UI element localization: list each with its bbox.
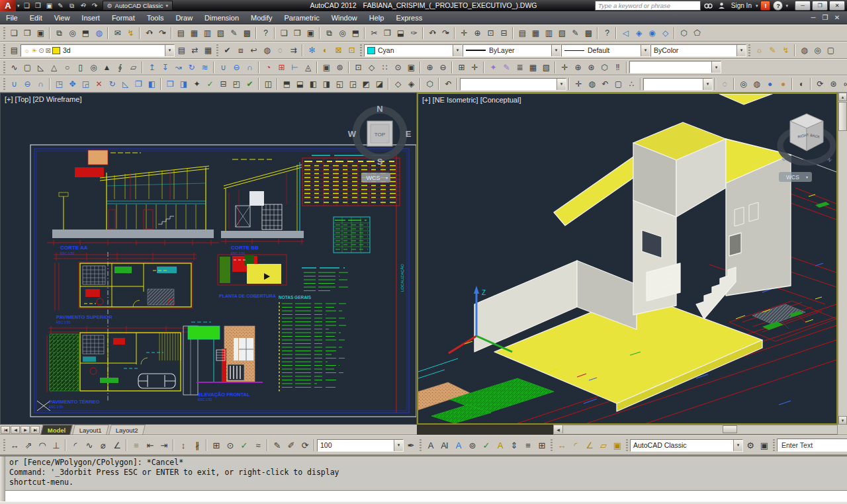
viewcube-west[interactable]: W [348, 129, 357, 139]
horizontal-scrollbar[interactable]: ◀ [553, 425, 838, 435]
toolbar-button-pan-realtime[interactable]: ✛ [457, 26, 470, 40]
toolbar-button-justify-text[interactable]: ≡ [521, 438, 535, 452]
toolbar-button-cylinder[interactable]: ▯ [73, 61, 87, 74]
toolbar-button-publish[interactable]: ⬒ [79, 26, 92, 40]
toolbar-button-zoom-object[interactable]: ▣ [404, 61, 418, 74]
toolbar-button-view-left[interactable]: ◧ [306, 77, 320, 91]
toolbar-button-quick-dimension[interactable]: ≡ [129, 438, 143, 452]
menu-tools[interactable]: Tools [141, 11, 170, 24]
command-input[interactable] [5, 490, 847, 501]
qat-button-qat-open[interactable]: ❒ [32, 1, 44, 11]
toolbar-button-color-faces[interactable]: ◧ [145, 77, 158, 91]
search-binoculars-icon[interactable] [703, 1, 714, 11]
menu-modify[interactable]: Modify [245, 11, 278, 24]
exchange-apps-icon[interactable]: ! [760, 1, 770, 11]
toolbar-button-orbit-continuous[interactable]: ∞ [840, 77, 847, 91]
toolbar-button-match-properties[interactable]: ✑ [407, 26, 420, 40]
toolbar-button-vs-wireframe[interactable]: ◎ [736, 77, 750, 91]
toolbar-button-spell-check[interactable]: ✓ [479, 438, 493, 452]
toolbar-button-plot-preview[interactable]: ◎ [66, 26, 79, 40]
toolbar-button-copy-faces[interactable]: ❐ [132, 77, 145, 91]
toolbar-button-vs-conceptual[interactable]: ● [776, 77, 789, 91]
toolbar-grip[interactable] [3, 78, 5, 90]
doc-minimize-button[interactable]: ─ [809, 14, 818, 21]
toolbar-button-view-top[interactable]: ⬒ [280, 77, 293, 91]
toolbar-button-ucs[interactable]: ✛ [572, 77, 585, 91]
toolbar-button-zoom-extents[interactable]: ✛ [468, 61, 481, 74]
toolbar-button-layer-unisolate[interactable]: ◌ [273, 44, 287, 57]
named-view-dropdown-arrow-icon[interactable]: ▾ [557, 79, 566, 90]
toolbar-button-loft[interactable]: ≋ [198, 61, 211, 74]
toolbar-button-light-spot[interactable]: ✎ [766, 44, 779, 57]
scroll-up-button[interactable]: ▲ [838, 93, 847, 101]
wcs-badge-right[interactable]: WCS ▾ [779, 172, 812, 182]
dim-style-dropdown-arrow-icon[interactable]: ▾ [394, 440, 403, 451]
toolbar-button-open-2[interactable]: ❒ [290, 26, 304, 40]
scroll-down-button[interactable]: ▼ [838, 416, 847, 425]
toolbar-button-clean[interactable]: ✓ [203, 77, 216, 91]
toolbar-button-subtract[interactable]: ⊖ [230, 61, 243, 74]
toolbar-button-pyramid[interactable]: ▲ [100, 61, 113, 74]
toolbar-button-designcenter-2[interactable]: ▦ [529, 26, 542, 40]
toolbar-button-layer-freeze[interactable]: ✻ [305, 44, 318, 57]
menu-express[interactable]: Express [390, 11, 428, 24]
linetype-dropdown[interactable]: ByLayer ▾ [463, 44, 561, 57]
toolbar-button-zoom-dynamic[interactable]: ◇ [365, 61, 378, 74]
color-dropdown[interactable]: Cyan ▾ [364, 44, 463, 57]
toolbar-button-open[interactable]: ❒ [21, 26, 34, 40]
toolbar-button-dim-arc-length[interactable]: ◠ [35, 438, 49, 452]
toolbar-button-render-region[interactable]: ◈ [632, 26, 645, 40]
toolbar-button-export-dwf[interactable]: ◍ [92, 26, 105, 40]
toolbar-button-layer-isolate[interactable]: ◍ [260, 44, 273, 57]
toolbar-button-paste-clip[interactable]: ⬓ [394, 26, 407, 40]
toolbar-button-ucs-face[interactable]: ▢ [611, 77, 625, 91]
toolbar-button-adjust-camera[interactable]: ⬡ [598, 61, 611, 74]
toolbar-button-markup[interactable]: ✎ [568, 26, 582, 40]
toolbar-button-create-camera[interactable]: ⬡ [423, 77, 436, 91]
toolbar-grip[interactable] [216, 44, 218, 56]
toolbar-button-ucs-3point[interactable]: ∴ [625, 77, 638, 91]
toolbar-button-sweep[interactable]: ↝ [171, 61, 185, 74]
toolbar-button-visual-style-controls[interactable]: ≣ [513, 61, 526, 74]
toolbar-button-quickcalc-2[interactable]: ▩ [582, 26, 595, 40]
toolbar-grip[interactable] [3, 439, 5, 451]
menu-view[interactable]: View [48, 11, 76, 24]
menu-help[interactable]: Help [363, 11, 390, 24]
toolbar-button-taper-faces[interactable]: ◺ [118, 77, 132, 91]
toolbar-button-show-motion[interactable]: ‼ [611, 61, 624, 74]
toolbar-button-dim-edit[interactable]: ✎ [270, 438, 284, 452]
toolbar-button-intersect[interactable]: ∩ [243, 61, 256, 74]
toolbar-button-delete-faces[interactable]: ✕ [92, 77, 105, 91]
toolbar-button-designcenter[interactable]: ▦ [187, 26, 201, 40]
toolbar-button-render[interactable]: ◉ [645, 26, 658, 40]
vertical-scroll-thumb[interactable] [838, 102, 847, 131]
toolbar-button-camera[interactable]: ⬡ [677, 26, 690, 40]
tab-nav-next[interactable]: ▶ [21, 426, 30, 434]
viewport-label-left[interactable]: [+] [Top] [2D Wireframe] [5, 95, 81, 103]
toolbar-button-face-effects[interactable]: ✎ [500, 61, 513, 74]
menu-parametric[interactable]: Parametric [278, 11, 325, 24]
toolbar-button-dim-radius[interactable]: ◜ [68, 438, 82, 452]
viewport-top-2d[interactable]: [+] [Top] [2D Wireframe] LOCALIZAÇÃO [0, 93, 417, 425]
toolbar-button-motion-path-animation[interactable]: ⬠ [690, 26, 703, 40]
toolbar-button-dim-update[interactable]: ⟳ [298, 438, 312, 452]
toolbar-button-view-bottom[interactable]: ⬓ [293, 77, 306, 91]
restore-button[interactable]: ❐ [812, 1, 828, 11]
toolbar-button-dim-aligned[interactable]: ⇗ [21, 438, 35, 452]
toolbar-button-help-2[interactable]: ? [600, 26, 613, 40]
toolbar-button-zoom[interactable]: ⊕ [571, 61, 584, 74]
toolbar-button-dim-diameter[interactable]: ⌀ [96, 438, 110, 452]
menu-window[interactable]: Window [326, 11, 363, 24]
toolbar-button-redo[interactable]: ↷▾ [156, 26, 169, 40]
toolbar-button-polysolid[interactable]: ∿ [7, 61, 21, 74]
toolbar-button-properties-palette[interactable]: ▤ [174, 26, 187, 40]
toolbar-button-dim-jog-line[interactable]: ≈ [251, 438, 265, 452]
toolbar-button-plot[interactable]: ⧉ [52, 26, 66, 40]
toolbar-button-imprint[interactable]: ✦ [190, 77, 203, 91]
toolbar-button-layer-unlock[interactable]: ⊡ [345, 44, 358, 57]
toolbar-button-color-edges[interactable]: ◨ [177, 77, 190, 91]
toolbar-button-orbit[interactable]: ⊛ [584, 61, 598, 74]
toolbar-button-render-window[interactable]: ▣ [320, 61, 333, 74]
toolbar-button-wedge[interactable]: ◺ [34, 61, 47, 74]
toolbar-button-layer-merge[interactable]: ⇉ [287, 44, 300, 57]
